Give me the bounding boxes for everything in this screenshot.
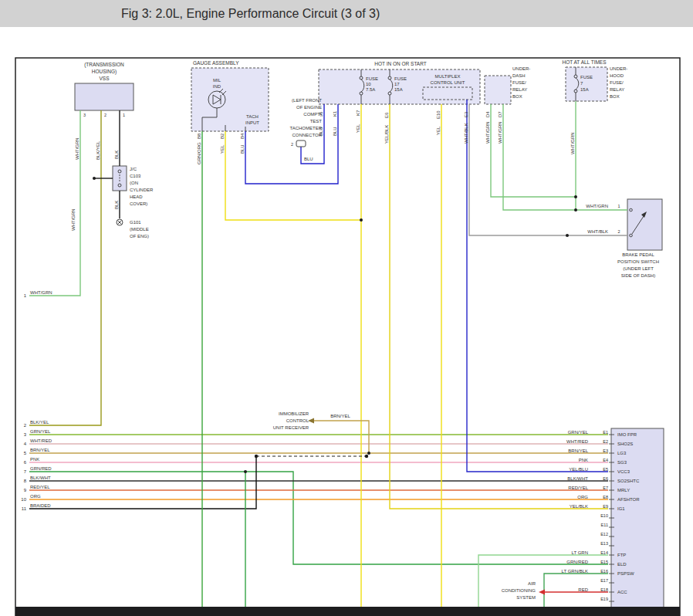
under-hood-label: UNDER- [610,66,627,71]
under-hood-label: BOX [610,94,620,99]
left-row-label: BRAIDED [30,503,51,508]
ecm-wire-color-label: GRN/YEL [568,430,589,435]
immobilizer-label: CONTROL [286,418,309,423]
brake-switch-label: POSITION SWITCH [617,259,659,264]
junction-dot [574,195,577,198]
ecm-signal-name: FTP [617,553,626,557]
under-dash-label: BOX [512,94,522,99]
fuse17-label: 17 [394,82,400,86]
g101-label: (MIDDLE [130,227,149,232]
ecm-pin-code: E6 [603,476,608,481]
left-row-number: 2 [24,423,27,428]
fusebox-pin-code: K7 [356,110,360,116]
ecm-wire-color-label: LT GRN/BLK [562,569,588,574]
wire-yel-blu-vcc3 [467,100,608,472]
fuse10-label: 7.5A [366,87,375,92]
left-row-number: 10 [21,497,26,502]
wire-label-wht-blk: WHT/BLK [464,123,468,144]
left-row-number: 8 [24,479,27,483]
jc-label: HEAD [130,195,143,199]
left-row-number: 6 [24,460,27,465]
wire-wht-blk-brake [469,104,627,235]
test-tach-label: OF ENGINE [296,105,322,110]
ecm-pin-code: E2 [603,439,608,444]
junction-dot [244,470,247,473]
wire-wht-grn-d7-brake [503,104,627,210]
ecm-pin-code: E16 [600,569,608,574]
wire-label-blk: BLK [114,151,119,159]
ecm-wire-color-label: LT GRN [572,550,588,555]
left-row-label: WHT/GRN [30,290,52,295]
ecm-signal-name: MRLY [617,488,630,492]
brake-switch-label: BRAKE PEDAL [622,252,654,257]
brake-switch-label: SIDE OF DASH) [621,273,655,278]
immobilizer-label: UNIT RECEIVER [273,425,309,430]
fusebox-pin-code: D7 [498,111,502,117]
fuse17-label: 15A [394,87,403,92]
fuse10-label: 10 [366,82,371,86]
left-row-label: PNK [30,457,39,462]
ecm-signal-name: PSPSW [617,571,634,576]
wire-lt-grn-blk-pspsw [544,574,608,607]
left-row-number: 11 [22,506,27,511]
ecm-signal-name: SG3 [617,460,627,465]
junction-dot [574,208,577,212]
hot-at-all-times-box [566,67,607,101]
wire-label-wht-grn: WHT/GRN [586,204,608,208]
vss-box [75,83,134,110]
ecm-signal-name: SO2SHTC [617,479,640,483]
wire-label-wht-grn: WHT/GRN [570,132,575,154]
ecm-signal-name: SHO2S [617,442,633,446]
ecm-pin-code: E10 [600,513,608,518]
left-row-labels: 1WHT/GRN2BLK/YEL3GRN/YEL4WHT/RED5BRN/YEL… [21,290,52,511]
ecm-pin-code: E14 [600,550,608,555]
wire-label-yel: YEL [356,124,360,133]
left-row-number: 5 [24,451,27,455]
brake-pin-number: 1 [617,204,620,208]
gauge-pin-code: B2 [220,133,225,139]
test-tach-label: TACHOMETER [289,126,322,130]
junction-dot [566,234,569,237]
wire-label-blu: BLU [240,144,245,154]
ecm-wire-color-label: YEL/BLU [569,467,588,472]
test-tach-connector-icon [296,140,306,147]
wire-label-wht-grn: WHT/GRN [485,121,490,144]
ac-system-arrow-icon [539,590,545,595]
fusebox-pin-code: E3 [464,111,468,117]
bottom-bar [15,607,680,616]
g101-label: OF ENG) [130,234,149,239]
wire-label-wht-grn: WHT/GRN [75,137,79,160]
left-row-label: GRN/RED [30,466,52,471]
left-row-number: 7 [24,469,27,474]
jc-label: J/C [130,167,137,171]
brake-pedal-switch-box [627,199,662,250]
wire-lt-grn-ftp [478,555,608,607]
junction-dot [367,452,370,455]
test-tach-label: TEST [310,119,323,124]
ecm-signal-name: IMO FPR [617,432,637,437]
fuse17-label: FUSE [394,76,407,81]
ecm-wire-color-label: RED [578,587,588,592]
ecm-wire-color-label: YEL/BLK [570,504,588,509]
junction-dots [93,177,577,473]
wire-label-blk-yel: BLK/YEL [96,140,100,160]
ecm-pin-code: E9 [603,504,608,509]
ecm-pin-code: E1 [603,430,608,435]
left-row-number: 3 [24,432,27,437]
multiplex-label: CONTROL UNIT [431,80,465,85]
jc-label: CYLINDER [130,188,154,192]
left-row-label: GRN/YEL [30,429,51,434]
ecm-wire-color-label: WHT/RED [566,439,589,444]
left-row-number: 4 [24,442,27,446]
left-row-label: BLK/YEL [30,420,49,425]
ecm-wire-color-label: BLK/WHT [567,476,588,481]
gauge-assembly-label: GAUGE ASSEMBLY [193,60,239,66]
shield-dot [365,455,368,458]
mil-ind-label: MIL [213,78,221,83]
fusebox-pin-code: K1 [333,110,337,117]
ecm-pin-code: E4 [603,458,608,462]
brake-switch-label: (UNDER LEFT [623,266,654,271]
ecm-signal-name: IG1 [617,506,625,511]
wire-label-blk: BLK [114,201,119,209]
rotated-wire-labels: WHT/GRN BLK/YEL BLK BLK WHT/GRN B8 GRN/O… [71,110,575,231]
